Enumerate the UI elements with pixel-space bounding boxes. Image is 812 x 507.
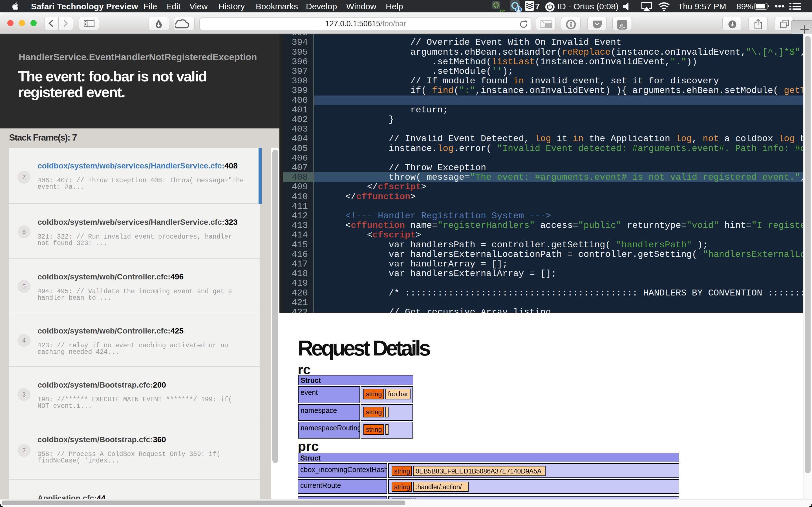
svg-text:a: a bbox=[620, 21, 623, 28]
svg-text:BOX: BOX bbox=[500, 9, 505, 12]
